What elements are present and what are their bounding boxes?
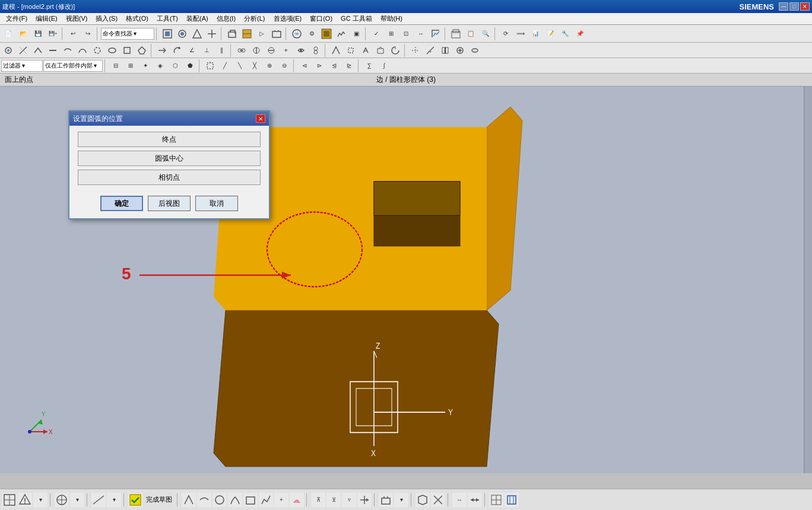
bot-btn-9[interactable] [197, 493, 211, 507]
tb-btn-13[interactable]: ▣ [349, 27, 363, 41]
sk-btn-5[interactable] [61, 43, 75, 58]
sk-btn-27[interactable] [408, 43, 423, 58]
sk-btn-24[interactable] [359, 43, 373, 58]
sk-btn-4[interactable] [46, 43, 60, 58]
bot-btn-27[interactable] [505, 493, 519, 507]
r3-btn-4[interactable]: ◈ [153, 59, 167, 73]
sk-btn-9[interactable] [120, 43, 134, 58]
dialog-title-bar[interactable]: 设置圆弧的位置 ✕ [69, 111, 269, 126]
bot-btn-15[interactable] [290, 493, 304, 507]
r3-btn-10[interactable]: ╳ [248, 59, 262, 73]
menu-info[interactable]: 信息(I) [213, 13, 239, 24]
bot-btn-11[interactable] [228, 493, 242, 507]
tb-btn-5[interactable] [225, 27, 239, 41]
sk-btn-29[interactable] [438, 43, 452, 58]
bot-btn-25[interactable] [468, 493, 482, 507]
bot-btn-24[interactable]: ↔ [452, 493, 467, 507]
bot-btn-21[interactable]: ▾ [394, 493, 408, 507]
tb-btn-22[interactable]: ⟳ [499, 27, 513, 41]
constraint-filter[interactable]: 过滤器▾ [1, 60, 43, 72]
tb-btn-9[interactable] [290, 27, 304, 41]
r3-btn-2[interactable]: ⊞ [123, 59, 138, 73]
save-all-btn[interactable]: 💾+ [46, 27, 60, 41]
tb-btn-1[interactable] [160, 27, 175, 41]
bottom-btn-7[interactable]: ▾ [107, 493, 121, 507]
sk-btn-3[interactable] [31, 43, 45, 58]
bot-btn-8[interactable] [182, 493, 196, 507]
r3-btn-15[interactable]: ⊴ [327, 59, 341, 73]
r3-btn-11[interactable]: ⊕ [262, 59, 277, 73]
r3-btn-9[interactable]: ╲ [233, 59, 247, 73]
new-btn[interactable]: 📄 [1, 27, 15, 41]
menu-tools[interactable]: 工具(T) [153, 13, 182, 24]
menu-file[interactable]: 文件(F) [2, 13, 31, 24]
sk-btn-10[interactable] [135, 43, 149, 58]
tb-btn-14[interactable]: ✓ [369, 27, 383, 41]
cancel-button[interactable]: 取消 [195, 196, 238, 211]
bottom-btn-4[interactable] [55, 493, 69, 507]
sk-btn-7[interactable] [90, 43, 104, 58]
tb-btn-27[interactable]: 📌 [573, 27, 587, 41]
minimize-button[interactable]: — [779, 2, 788, 11]
tb-btn-24[interactable]: 📊 [528, 27, 543, 41]
sk-btn-8[interactable] [105, 43, 119, 58]
bottom-btn-3[interactable]: ▾ [33, 493, 47, 507]
tb-btn-20[interactable]: 📋 [464, 27, 478, 41]
sk-btn-1[interactable] [1, 43, 15, 58]
bottom-btn-5[interactable]: ▾ [70, 493, 84, 507]
sk-btn-13[interactable]: ∠ [185, 43, 199, 58]
sk-btn-16[interactable] [234, 43, 249, 58]
sk-btn-28[interactable] [423, 43, 437, 58]
r3-btn-8[interactable]: ╱ [218, 59, 232, 73]
bot-btn-16[interactable]: ⊼ [311, 493, 325, 507]
tb-btn-8[interactable] [269, 27, 284, 41]
sk-btn-14[interactable]: ⊥ [199, 43, 214, 58]
r3-btn-7[interactable] [203, 59, 217, 73]
tb-btn-18[interactable] [429, 27, 443, 41]
option-arc-center[interactable]: 圆弧中心 [78, 151, 261, 166]
r3-btn-16[interactable]: ⊵ [342, 59, 356, 73]
r3-btn-13[interactable]: ⊲ [297, 59, 312, 73]
sk-btn-2[interactable] [16, 43, 30, 58]
tb-btn-15[interactable]: ⊞ [384, 27, 398, 41]
sk-btn-22[interactable] [329, 43, 343, 58]
bottom-btn-1[interactable] [2, 493, 17, 507]
r3-btn-3[interactable]: ✦ [138, 59, 153, 73]
r3-btn-18[interactable]: ∫ [377, 59, 391, 73]
menu-edit[interactable]: 编辑(E) [32, 13, 61, 24]
dialog-close-button[interactable]: ✕ [256, 114, 265, 123]
main-canvas[interactable]: Z X Y 5 设置圆弧的位置 ✕ 终点 圆弧中 [0, 87, 812, 473]
bot-btn-13[interactable] [259, 493, 273, 507]
confirm-button[interactable]: 确定 [100, 196, 143, 211]
sk-btn-12[interactable] [170, 43, 184, 58]
bottom-btn-2[interactable] [18, 493, 32, 507]
tb-btn-16[interactable]: ⊡ [399, 27, 413, 41]
tb-btn-21[interactable]: 🔍 [478, 27, 493, 41]
menu-format[interactable]: 格式(O) [122, 13, 152, 24]
complete-sketch-label[interactable]: 完成草图 [146, 495, 172, 504]
sk-btn-15[interactable]: ∥ [214, 43, 229, 58]
sk-btn-21[interactable] [309, 43, 323, 58]
menu-preferences[interactable]: 首选项(E) [270, 13, 306, 24]
bot-btn-23[interactable] [431, 493, 445, 507]
tb-btn-17[interactable]: ↔ [414, 27, 428, 41]
tb-btn-19[interactable] [449, 27, 463, 41]
menu-analysis[interactable]: 分析(L) [240, 13, 268, 24]
tb-btn-12[interactable] [334, 27, 348, 41]
redo-btn[interactable]: ↪ [81, 27, 95, 41]
menu-assembly[interactable]: 装配(A) [183, 13, 212, 24]
bot-btn-10[interactable] [212, 493, 227, 507]
menu-help[interactable]: 帮助(H) [377, 13, 406, 24]
close-button[interactable]: ✕ [800, 2, 810, 11]
sk-btn-11[interactable] [155, 43, 169, 58]
menu-insert[interactable]: 插入(S) [92, 13, 121, 24]
option-endpoint[interactable]: 终点 [78, 132, 261, 147]
save-btn[interactable]: 💾 [31, 27, 45, 41]
command-finder[interactable]: 命令查找器 ▾ [101, 28, 154, 40]
sk-btn-20[interactable] [294, 43, 308, 58]
tb-btn-23[interactable]: ⟹ [513, 27, 528, 41]
bot-btn-19[interactable] [357, 493, 372, 507]
tb-btn-4[interactable] [205, 27, 219, 41]
tb-btn-6[interactable] [240, 27, 254, 41]
sk-btn-17[interactable] [249, 43, 264, 58]
